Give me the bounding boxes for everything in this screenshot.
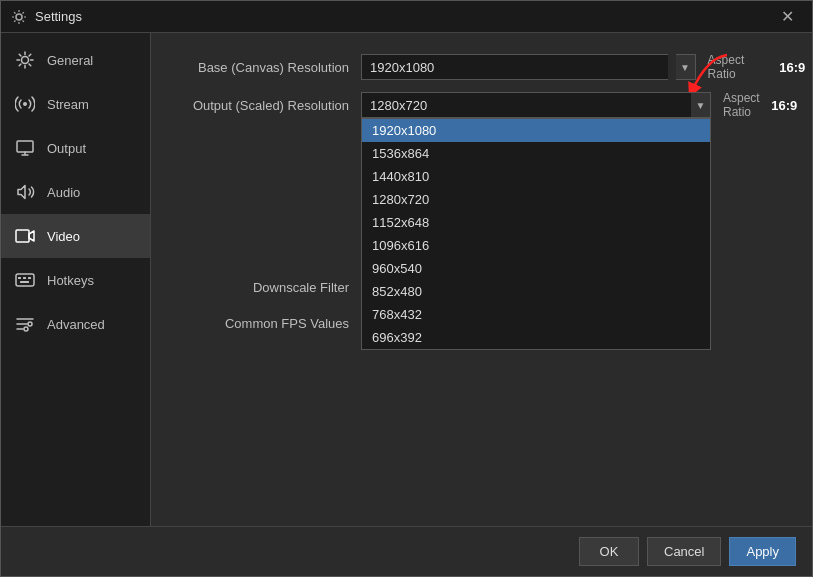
base-aspect-ratio: Aspect Ratio 16:9	[708, 53, 806, 81]
sidebar-label-general: General	[47, 53, 93, 68]
dropdown-item-6[interactable]: 960x540	[362, 257, 710, 280]
sidebar-item-advanced[interactable]: Advanced	[1, 302, 150, 346]
apply-button[interactable]: Apply	[729, 537, 796, 566]
dropdown-item-7[interactable]: 852x480	[362, 280, 710, 303]
title-bar: Settings ✕	[1, 1, 812, 33]
svg-rect-4	[16, 230, 29, 242]
sidebar-label-audio: Audio	[47, 185, 80, 200]
dropdown-item-3[interactable]: 1280x720	[362, 188, 710, 211]
sidebar-item-general[interactable]: General	[1, 38, 150, 82]
resolution-dropdown[interactable]: 1920x1080 1536x864 1440x810 1280x720 115…	[361, 118, 711, 350]
base-aspect-label: Aspect Ratio	[708, 53, 768, 81]
footer: OK Cancel Apply	[1, 526, 812, 576]
chevron-down-icon: ▼	[680, 62, 690, 73]
sidebar-label-hotkeys: Hotkeys	[47, 273, 94, 288]
svg-rect-8	[28, 277, 31, 279]
output-resolution-arrow[interactable]: ▼	[691, 92, 711, 118]
sidebar-item-video[interactable]: Video	[1, 214, 150, 258]
output-aspect-value: 16:9	[771, 98, 797, 113]
dropdown-item-2[interactable]: 1440x810	[362, 165, 710, 188]
base-resolution-row: Base (Canvas) Resolution 1920x1080 ▼ Asp…	[171, 53, 792, 81]
dropdown-item-4[interactable]: 1152x648	[362, 211, 710, 234]
main-content: General Stream	[1, 33, 812, 526]
base-resolution-arrow[interactable]: ▼	[676, 54, 696, 80]
sidebar-label-video: Video	[47, 229, 80, 244]
base-aspect-value: 16:9	[779, 60, 805, 75]
output-aspect-ratio: Aspect Ratio 16:9	[723, 91, 797, 119]
ok-button[interactable]: OK	[579, 537, 639, 566]
audio-icon	[13, 180, 37, 204]
content-area: Base (Canvas) Resolution 1920x1080 ▼ Asp…	[151, 33, 812, 526]
sidebar-item-stream[interactable]: Stream	[1, 82, 150, 126]
svg-point-1	[22, 57, 29, 64]
sidebar-item-audio[interactable]: Audio	[1, 170, 150, 214]
svg-rect-6	[18, 277, 21, 279]
svg-point-0	[16, 14, 22, 20]
dropdown-item-9[interactable]: 696x392	[362, 326, 710, 349]
video-icon	[13, 224, 37, 248]
sidebar-item-output[interactable]: Output	[1, 126, 150, 170]
svg-point-11	[24, 327, 28, 331]
sidebar-label-stream: Stream	[47, 97, 89, 112]
dropdown-item-5[interactable]: 1096x616	[362, 234, 710, 257]
base-resolution-select[interactable]: 1920x1080	[361, 54, 668, 80]
sidebar-label-output: Output	[47, 141, 86, 156]
dropdown-item-8[interactable]: 768x432	[362, 303, 710, 326]
output-aspect-label: Aspect Ratio	[723, 91, 760, 119]
close-button[interactable]: ✕	[772, 2, 802, 32]
cancel-button[interactable]: Cancel	[647, 537, 721, 566]
output-resolution-control: 1280x720 ▼ 1920x1080 1536x864 1440x810 1…	[361, 91, 797, 119]
base-resolution-label: Base (Canvas) Resolution	[171, 60, 361, 75]
svg-rect-3	[17, 141, 33, 152]
sidebar: General Stream	[1, 33, 151, 526]
stream-icon	[13, 92, 37, 116]
gear-icon	[13, 48, 37, 72]
svg-rect-5	[16, 274, 34, 286]
dropdown-item-0[interactable]: 1920x1080	[362, 119, 710, 142]
output-resolution-row: Output (Scaled) Resolution 1280x720 ▼ 19…	[171, 91, 792, 119]
hotkeys-icon	[13, 268, 37, 292]
settings-window: Settings ✕ General	[0, 0, 813, 577]
output-resolution-label: Output (Scaled) Resolution	[171, 98, 361, 113]
settings-icon	[11, 9, 27, 25]
svg-rect-7	[23, 277, 26, 279]
sidebar-label-advanced: Advanced	[47, 317, 105, 332]
window-title: Settings	[35, 9, 772, 24]
base-resolution-control: 1920x1080 ▼ Aspect Ratio 16:9	[361, 53, 805, 81]
dropdown-item-1[interactable]: 1536x864	[362, 142, 710, 165]
output-icon	[13, 136, 37, 160]
chevron-down-icon-2: ▼	[696, 100, 706, 111]
sidebar-item-hotkeys[interactable]: Hotkeys	[1, 258, 150, 302]
svg-point-10	[28, 322, 32, 326]
output-resolution-select[interactable]: 1280x720	[361, 92, 691, 118]
downscale-label: Downscale Filter	[171, 280, 361, 295]
fps-label: Common FPS Values	[171, 316, 361, 331]
svg-rect-9	[20, 281, 29, 283]
advanced-icon	[13, 312, 37, 336]
svg-point-2	[23, 102, 27, 106]
